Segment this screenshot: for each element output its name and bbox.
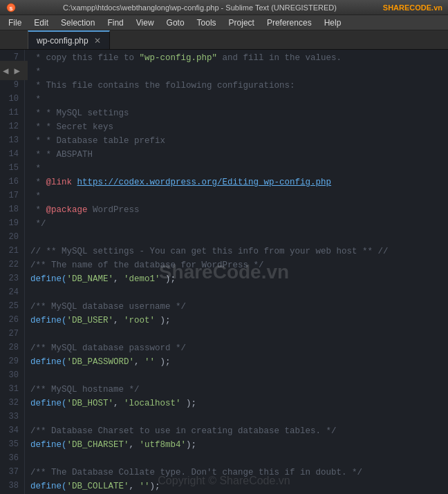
code-token: WordPress — [88, 203, 140, 217]
code-token: @link — [46, 175, 73, 189]
code-token: define( — [30, 355, 67, 369]
line-number: 17 — [3, 189, 19, 203]
code-line: * — [30, 189, 442, 203]
code-line: * This file contains the following confi… — [30, 79, 442, 93]
line-number: 23 — [3, 272, 19, 286]
line-number: 19 — [3, 217, 19, 231]
line-number: 12 — [3, 120, 19, 134]
menu-item-edit[interactable]: Edit — [28, 17, 54, 29]
code-line: /** MySQL hostname */ — [30, 383, 442, 397]
code-token: @package — [46, 203, 88, 217]
code-token: * — [30, 65, 41, 79]
line-number: 37 — [3, 466, 19, 479]
code-token: * This file contains the following confi… — [30, 79, 295, 93]
tab-close-button[interactable]: ✕ — [94, 36, 101, 46]
tab-bar: wp-config.php ✕ — [0, 30, 448, 50]
code-line: /** The Database Collate type. Don't cha… — [30, 466, 442, 479]
code-token: * * ABSPATH — [30, 148, 93, 162]
code-token: https://codex.wordpress.org/Editing_wp-c… — [77, 175, 332, 189]
editor: 7891011121314151617181920212223242526272… — [0, 50, 448, 494]
code-token: * — [30, 175, 46, 189]
menu-item-tools[interactable]: Tools — [192, 17, 222, 29]
code-token: define( — [30, 479, 67, 493]
line-number: 32 — [3, 397, 19, 410]
code-token: 'DB_PASSWORD' — [67, 355, 135, 369]
code-line: define('DB_NAME', 'demo1' ); — [30, 272, 442, 286]
code-token: 'DB_USER' — [67, 314, 114, 327]
line-number: 13 — [3, 134, 19, 148]
code-token: /** Database Charset to use in creating … — [30, 424, 337, 438]
code-token: * copy this file to — [30, 51, 140, 65]
menu-item-goto[interactable]: Goto — [161, 17, 190, 29]
code-line: * * Secret keys — [30, 120, 442, 134]
app-icon: S — [6, 2, 17, 13]
code-token: 'utf8mb4' — [140, 438, 187, 452]
line-number: 20 — [3, 231, 19, 245]
line-number: 30 — [3, 369, 19, 383]
code-token: 'DB_COLLATE' — [67, 479, 129, 493]
code-area[interactable]: * copy this file to "wp-config.php" and … — [25, 50, 448, 494]
code-line: /** MySQL database username */ — [30, 300, 442, 314]
code-token: , — [113, 272, 124, 286]
code-token: 'localhost' — [124, 397, 181, 410]
code-token: 'DB_HOST' — [67, 397, 114, 410]
code-line — [30, 369, 442, 383]
menu-item-selection[interactable]: Selection — [55, 17, 100, 29]
menu-item-help[interactable]: Help — [319, 17, 347, 29]
code-token: 'root' — [124, 314, 155, 327]
line-number: 10 — [3, 93, 19, 106]
code-token: , — [113, 314, 124, 327]
tab-wp-config[interactable]: wp-config.php ✕ — [28, 30, 110, 49]
sharecode-logo: SHARECODE.vn — [383, 3, 442, 12]
code-line: * * Database table prefix — [30, 134, 442, 148]
line-number: 24 — [3, 286, 19, 300]
nav-left-arrow[interactable]: ◀ — [0, 61, 11, 80]
menu-item-find[interactable]: Find — [102, 17, 129, 29]
menu-item-project[interactable]: Project — [223, 17, 260, 29]
code-token: * — [30, 93, 41, 106]
code-line: /** MySQL database password */ — [30, 341, 442, 355]
code-token: * — [30, 203, 46, 217]
code-token: define( — [30, 314, 67, 327]
menu-item-file[interactable]: File — [3, 17, 27, 29]
code-line: * * ABSPATH — [30, 148, 442, 162]
code-line: /** The name of the database for WordPre… — [30, 258, 442, 272]
line-number: 28 — [3, 341, 19, 355]
code-line: * — [30, 162, 442, 175]
code-line: * @link https://codex.wordpress.org/Edit… — [30, 175, 442, 189]
line-number: 31 — [3, 383, 19, 397]
line-numbers: 7891011121314151617181920212223242526272… — [0, 50, 25, 494]
code-token: * — [30, 189, 41, 203]
code-token: /** MySQL hostname */ — [30, 383, 140, 397]
code-line: * — [30, 65, 442, 79]
code-line — [30, 327, 442, 341]
code-token: * * Database table prefix — [30, 134, 165, 148]
code-line: * @package WordPress — [30, 203, 442, 217]
code-line: /** Database Charset to use in creating … — [30, 424, 442, 438]
code-token: define( — [30, 397, 67, 410]
line-number: 15 — [3, 162, 19, 175]
code-token: ); — [160, 272, 176, 286]
code-token: * * Secret keys — [30, 120, 113, 134]
code-token: , — [129, 479, 140, 493]
line-number: 25 — [3, 300, 19, 314]
menu-item-view[interactable]: View — [131, 17, 160, 29]
code-line: define('DB_CHARSET', 'utf8mb4'); — [30, 438, 442, 452]
svg-text:S: S — [10, 5, 13, 11]
code-token — [72, 175, 77, 189]
code-token: */ — [30, 217, 46, 231]
line-number: 21 — [3, 245, 19, 258]
nav-right-arrow[interactable]: ▶ — [11, 61, 22, 80]
code-line: */ — [30, 217, 442, 231]
menu-item-preferences[interactable]: Preferences — [261, 17, 317, 29]
line-number: 14 — [3, 148, 19, 162]
code-line — [30, 452, 442, 466]
code-line: define('DB_HOST', 'localhost' ); — [30, 397, 442, 410]
code-line: define('DB_COLLATE', ''); — [30, 479, 442, 493]
code-token: 'demo1' — [124, 272, 160, 286]
code-line: define('DB_USER', 'root' ); — [30, 314, 442, 327]
window-title: C:\xampp\htdocs\webthanglong\wp-config.p… — [21, 3, 379, 12]
code-token: '' — [144, 355, 155, 369]
code-token: /** The name of the database for WordPre… — [30, 258, 264, 272]
line-number: 38 — [3, 479, 19, 493]
